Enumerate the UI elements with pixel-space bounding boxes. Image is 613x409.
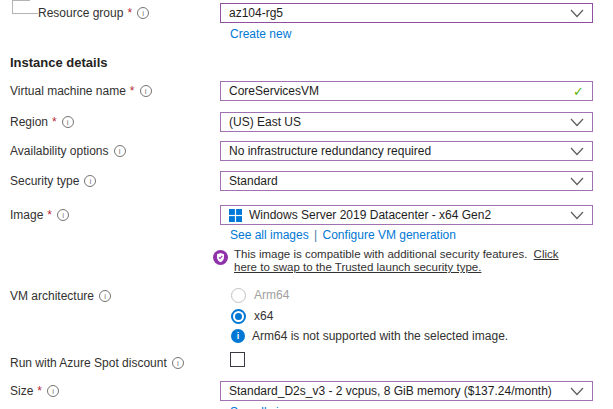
- region-row: Region* i (US) East US: [0, 112, 613, 132]
- radio-arm64-label: Arm64: [254, 288, 289, 302]
- size-row: Size* i Standard_D2s_v3 - 2 vcpus, 8 GiB…: [0, 381, 613, 401]
- required-asterisk: *: [37, 384, 42, 398]
- required-asterisk: *: [47, 208, 52, 222]
- size-label-group: Size* i: [0, 384, 220, 398]
- notice-text: This image is compatible with additional…: [234, 248, 527, 260]
- chevron-down-icon: [570, 177, 584, 186]
- vm-architecture-label-group: VM architecture i: [10, 289, 111, 303]
- info-filled-icon: i: [231, 329, 245, 343]
- spot-label: Run with Azure Spot discount: [10, 356, 167, 370]
- image-value: Windows Server 2019 Datacenter - x64 Gen…: [249, 208, 564, 222]
- resource-group-row: Resource group* i az104-rg5: [0, 3, 613, 23]
- link-separator: |: [314, 228, 317, 242]
- chevron-down-icon: [570, 387, 584, 396]
- configure-vm-generation-link[interactable]: Configure VM generation: [323, 228, 456, 242]
- arm64-note: i Arm64 is not supported with the select…: [231, 329, 508, 343]
- info-icon[interactable]: i: [47, 385, 59, 397]
- image-dropdown[interactable]: Windows Server 2019 Datacenter - x64 Gen…: [220, 205, 593, 225]
- spot-checkbox[interactable]: [230, 352, 245, 367]
- resource-group-value: az104-rg5: [229, 6, 564, 20]
- availability-value: No infrastructure redundancy required: [229, 144, 564, 158]
- image-row: Image* i Windows Server 2019 Datacenter …: [0, 205, 613, 225]
- required-asterisk: *: [127, 6, 132, 20]
- info-icon[interactable]: i: [84, 175, 96, 187]
- radio-x64[interactable]: x64: [231, 308, 273, 324]
- security-type-label-group: Security type i: [0, 174, 220, 188]
- vm-architecture-label: VM architecture: [10, 289, 94, 303]
- info-icon[interactable]: i: [62, 116, 74, 128]
- availability-label-group: Availability options i: [0, 144, 220, 158]
- vm-name-row: Virtual machine name* i ✓: [0, 81, 613, 101]
- availability-dropdown[interactable]: No infrastructure redundancy required: [220, 141, 593, 161]
- shield-check-icon: [213, 250, 228, 265]
- info-icon[interactable]: i: [99, 290, 111, 302]
- vm-name-label-group: Virtual machine name* i: [0, 84, 220, 98]
- image-links: See all images | Configure VM generation: [230, 228, 456, 242]
- see-all-sizes-link[interactable]: See all sizes: [230, 405, 297, 409]
- windows-logo-icon: [229, 209, 242, 222]
- info-icon[interactable]: i: [114, 145, 126, 157]
- required-asterisk: *: [130, 84, 135, 98]
- spot-label-group: Run with Azure Spot discount i: [10, 356, 184, 370]
- region-label: Region: [10, 115, 48, 129]
- info-icon[interactable]: i: [57, 209, 69, 221]
- resource-group-dropdown[interactable]: az104-rg5: [220, 3, 593, 23]
- availability-row: Availability options i No infrastructure…: [0, 141, 613, 161]
- notice-text-block: This image is compatible with additional…: [234, 248, 580, 274]
- create-new-link[interactable]: Create new: [230, 27, 291, 41]
- availability-label: Availability options: [10, 144, 109, 158]
- info-icon[interactable]: i: [140, 85, 152, 97]
- info-icon[interactable]: i: [172, 357, 184, 369]
- security-type-row: Security type i Standard: [0, 171, 613, 191]
- size-value: Standard_D2s_v3 - 2 vcpus, 8 GiB memory …: [229, 384, 564, 398]
- size-label: Size: [10, 384, 33, 398]
- security-compat-notice: This image is compatible with additional…: [213, 248, 605, 274]
- region-value: (US) East US: [229, 115, 564, 129]
- radio-arm64[interactable]: Arm64: [231, 287, 289, 303]
- radio-x64-label: x64: [254, 309, 273, 323]
- see-all-images-link[interactable]: See all images: [230, 228, 309, 242]
- chevron-down-icon: [570, 211, 584, 220]
- chevron-down-icon: [570, 118, 584, 127]
- chevron-down-icon: [570, 9, 584, 18]
- region-dropdown[interactable]: (US) East US: [220, 112, 593, 132]
- resource-group-label-group: Resource group* i: [0, 6, 220, 20]
- security-type-dropdown[interactable]: Standard: [220, 171, 593, 191]
- region-label-group: Region* i: [0, 115, 220, 129]
- vm-name-field-wrap: ✓: [220, 81, 593, 101]
- vm-name-label: Virtual machine name: [10, 84, 126, 98]
- security-type-value: Standard: [229, 174, 564, 188]
- arm64-note-text: Arm64 is not supported with the selected…: [252, 329, 508, 343]
- valid-check-icon: ✓: [573, 84, 584, 99]
- radio-circle-icon: [231, 288, 246, 303]
- image-label: Image: [10, 208, 43, 222]
- vm-name-input[interactable]: [229, 84, 567, 98]
- azure-create-vm-form: { "ui": { "required_mark": "*", "info_gl…: [0, 0, 613, 409]
- security-type-label: Security type: [10, 174, 79, 188]
- image-label-group: Image* i: [0, 208, 220, 222]
- required-asterisk: *: [52, 115, 57, 129]
- radio-selected-icon: [231, 309, 246, 324]
- chevron-down-icon: [570, 147, 584, 156]
- resource-group-label: Resource group: [38, 6, 123, 20]
- section-title: Instance details: [10, 55, 108, 70]
- info-icon[interactable]: i: [137, 7, 149, 19]
- size-dropdown[interactable]: Standard_D2s_v3 - 2 vcpus, 8 GiB memory …: [220, 381, 593, 401]
